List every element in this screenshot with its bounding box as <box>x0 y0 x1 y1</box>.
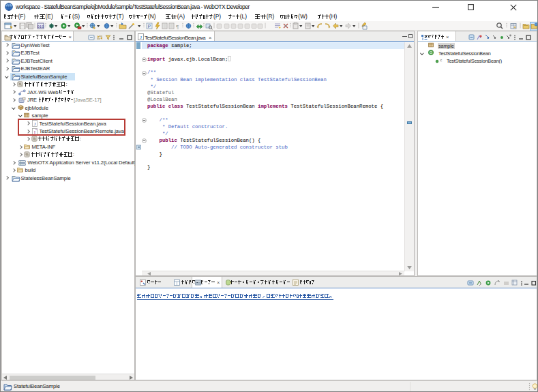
svg-text:¶: ¶ <box>176 24 179 30</box>
svg-text:G: G <box>430 51 433 55</box>
svg-text:P: P <box>148 24 151 29</box>
svg-text:J: J <box>140 35 142 40</box>
svg-text:c: c <box>440 58 443 62</box>
svg-text:010: 010 <box>38 25 44 29</box>
